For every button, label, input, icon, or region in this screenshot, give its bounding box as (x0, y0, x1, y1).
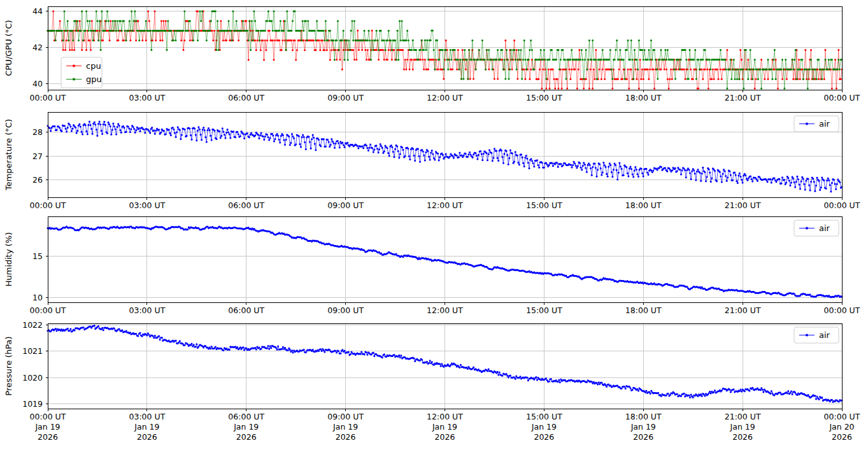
x-tick-label: 00:00 UT (30, 200, 66, 210)
legend-cpu-gpu: cpugpu (61, 57, 102, 88)
x-tick-label: 12:00 UT (427, 306, 463, 315)
x-date-label: Jan 19 (34, 422, 60, 432)
x-tick-label: 00:00 UT (824, 200, 860, 210)
x-tick-label: 15:00 UT (526, 200, 562, 210)
x-tick-label: 12:00 UT (427, 200, 463, 210)
legend-temperature: air (794, 116, 839, 132)
legend-label-gpu: gpu (86, 74, 102, 84)
x-year-label: 2026 (732, 432, 753, 442)
legend-label-air: air (819, 330, 830, 340)
x-year-label: 2026 (633, 432, 653, 442)
y-axis-label-temperature: Temperature (°C) (4, 119, 13, 191)
x-tick-label: 00:00 UT (30, 93, 66, 102)
y-tick-label: 26 (32, 175, 43, 185)
x-tick-label: 21:00 UT (725, 412, 761, 421)
x-tick-label: 12:00 UT (427, 412, 463, 421)
legend-label-air: air (819, 119, 830, 129)
y-axis-label-cpu-gpu: CPU/GPU (°C) (4, 20, 13, 76)
x-date-label: Jan 19 (630, 422, 656, 432)
legend-label-cpu: cpu (86, 61, 101, 71)
x-tick-label: 18:00 UT (625, 412, 662, 421)
x-tick-label: 03:00 UT (129, 93, 165, 102)
y-tick-label: 1022 (22, 320, 43, 330)
x-tick-label: 00:00 UT (30, 412, 66, 421)
x-year-label: 2026 (534, 432, 554, 442)
legend-label-air: air (819, 223, 830, 233)
x-tick-label: 18:00 UT (625, 200, 662, 210)
x-tick-label: 15:00 UT (526, 306, 562, 315)
x-tick-label: 18:00 UT (625, 306, 662, 315)
x-tick-label: 06:00 UT (228, 93, 264, 102)
x-tick-label: 03:00 UT (129, 200, 165, 210)
panel-temperature: 262728Temperature (°C)00:00 UT03:00 UT06… (4, 112, 860, 210)
x-year-label: 2026 (336, 432, 356, 442)
weather-station-figure: 404244CPU/GPU (°C)00:00 UT03:00 UT06:00 … (0, 0, 868, 450)
y-tick-label: 15 (32, 251, 43, 261)
legend-pressure: air (794, 327, 839, 343)
x-date-label: Jan 19 (332, 422, 358, 432)
x-tick-label: 18:00 UT (625, 93, 662, 102)
y-axis-label-humidity: Humidity (%) (4, 232, 13, 287)
x-date-label: Jan 19 (233, 422, 259, 432)
ticks-temperature (46, 132, 843, 200)
y-tick-label: 44 (32, 6, 43, 16)
x-year-label: 2026 (832, 432, 852, 442)
y-tick-label: 40 (32, 79, 43, 88)
x-year-label: 2026 (435, 432, 455, 442)
x-tick-label: 15:00 UT (526, 93, 562, 102)
x-tick-label: 21:00 UT (725, 306, 761, 315)
y-tick-label: 1020 (22, 373, 43, 383)
x-tick-label: 00:00 UT (824, 306, 860, 315)
grid-temperature (48, 112, 842, 197)
charts-svg: 404244CPU/GPU (°C)00:00 UT03:00 UT06:00 … (0, 0, 868, 450)
legend-humidity: air (794, 220, 839, 236)
x-tick-label: 06:00 UT (228, 306, 264, 315)
y-tick-label: 28 (32, 127, 43, 137)
y-axis-label-pressure: Pressure (hPa) (4, 336, 13, 395)
x-tick-label: 09:00 UT (327, 306, 364, 315)
x-tick-label: 00:00 UT (30, 306, 66, 315)
x-tick-label: 21:00 UT (725, 93, 761, 102)
x-tick-label: 09:00 UT (327, 93, 364, 102)
x-tick-label: 21:00 UT (725, 200, 761, 210)
y-tick-label: 1021 (22, 346, 43, 356)
panel-cpu-gpu: 404244CPU/GPU (°C)00:00 UT03:00 UT06:00 … (4, 6, 860, 102)
x-date-label: Jan 19 (134, 422, 159, 432)
x-tick-label: 15:00 UT (526, 412, 562, 421)
x-tick-label: 00:00 UT (824, 412, 860, 421)
x-tick-label: 12:00 UT (427, 93, 463, 102)
x-year-label: 2026 (137, 432, 157, 442)
x-tick-label: 03:00 UT (129, 306, 165, 315)
y-tick-label: 42 (32, 43, 43, 52)
x-date-label: Jan 19 (432, 422, 457, 432)
x-tick-label: 03:00 UT (129, 412, 165, 421)
x-tick-label: 06:00 UT (228, 412, 264, 421)
x-date-label: Jan 19 (531, 422, 557, 432)
panel-pressure: 1019102010211022Pressure (hPa)00:00 UT03… (4, 320, 860, 442)
x-tick-label: 06:00 UT (228, 200, 264, 210)
x-date-label: Jan 19 (730, 422, 755, 432)
y-tick-label: 27 (32, 151, 43, 161)
y-tick-label: 1019 (22, 399, 43, 409)
x-year-label: 2026 (236, 432, 257, 442)
x-tick-label: 09:00 UT (327, 412, 364, 421)
x-date-label: Jan 20 (829, 422, 854, 432)
panel-humidity: 1015Humidity (%)00:00 UT03:00 UT06:00 UT… (4, 216, 860, 315)
x-tick-label: 00:00 UT (824, 93, 860, 102)
x-tick-label: 09:00 UT (327, 200, 364, 210)
y-tick-label: 10 (32, 293, 43, 302)
x-year-label: 2026 (38, 432, 58, 442)
